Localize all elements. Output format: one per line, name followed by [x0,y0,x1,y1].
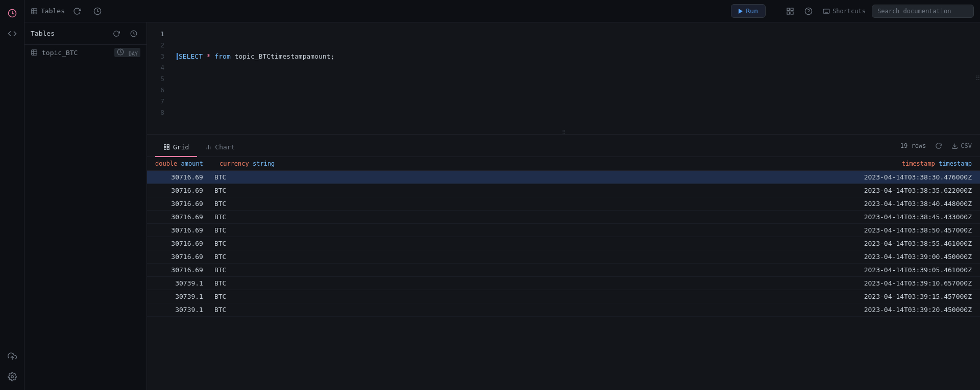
help-icon-btn[interactable] [800,3,817,19]
col-header-amount: double amount [147,157,211,171]
cell-currency: BTC [211,184,283,197]
results-refresh-icon [935,142,942,149]
table-row[interactable]: 30739.1BTC2023-04-14T03:39:15.457000Z [147,290,980,303]
settings-icon[interactable] [3,368,21,386]
run-button[interactable]: Run [731,4,765,18]
cell-timestamp: 2023-04-14T03:38:50.457000Z [283,224,980,237]
col-header-timestamp: timestamp timestamp [283,157,980,171]
panel-refresh-btn[interactable] [110,27,123,40]
table-header-row: double amount currency string timestamp … [147,157,980,171]
cell-currency: BTC [211,224,283,237]
cell-amount: 30716.69 [147,197,211,211]
line-numbers: 1 2 3 4 5 6 7 8 [147,22,173,134]
search-documentation-input[interactable] [872,5,974,18]
table-item-badge: DAY [114,48,140,57]
panel-history-btn[interactable] [127,27,140,40]
cell-amount: 30716.69 [147,237,211,250]
table-item-topic-btc[interactable]: topic_BTC DAY [24,45,146,60]
table-row[interactable]: 30739.1BTC2023-04-14T03:39:20.450000Z [147,303,980,317]
table-row[interactable]: 30716.69BTC2023-04-14T03:38:40.448000Z [147,197,980,211]
horizontal-drag-handle[interactable]: ⠿ [976,68,980,89]
shortcuts-button[interactable]: Shortcuts [819,6,870,17]
cell-timestamp: 2023-04-14T03:38:55.461000Z [283,237,980,250]
cell-currency: BTC [211,290,283,303]
results-refresh-btn[interactable] [932,139,945,152]
apps-icon-btn[interactable] [782,3,798,19]
cell-timestamp: 2023-04-14T03:39:05.461000Z [283,264,980,277]
history-button[interactable] [89,3,106,19]
cell-currency: BTC [211,171,283,184]
tables-label: Tables [31,7,65,15]
cell-currency: BTC [211,211,283,224]
cell-timestamp: 2023-04-14T03:39:20.450000Z [283,303,980,317]
row-count: 19 rows [900,142,926,149]
cell-amount: 30716.69 [147,250,211,264]
svg-point-2 [11,376,13,378]
topbar: Tables Run [24,0,980,22]
svg-rect-29 [164,145,166,147]
tab-grid[interactable]: Grid [155,138,197,157]
apps-icon [786,7,794,15]
grid-icon [163,144,170,150]
play-icon [739,9,743,14]
table-row[interactable]: 30716.69BTC2023-04-14T03:39:05.461000Z [147,264,980,277]
table-item-icon [31,49,38,56]
cell-currency: BTC [211,277,283,290]
cell-amount: 30716.69 [147,264,211,277]
table-row[interactable]: 30716.69BTC2023-04-14T03:38:45.433000Z [147,211,980,224]
results-table-container: double amount currency string timestamp … [147,157,980,390]
cell-amount: 30716.69 [147,184,211,197]
svg-rect-32 [164,148,166,150]
cell-timestamp: 2023-04-14T03:38:35.622000Z [283,184,980,197]
refresh-icon [73,7,81,15]
upload-icon[interactable] [3,347,21,366]
panel-refresh-icon [113,30,120,37]
left-panel-header: Tables [24,22,146,45]
cell-timestamp: 2023-04-14T03:38:40.448000Z [283,197,980,211]
table-row[interactable]: 30716.69BTC2023-04-14T03:39:00.450000Z [147,250,980,264]
svg-rect-10 [791,12,793,14]
code-editor[interactable]: SELECT * from topic_BTCtimestampamount; [173,22,980,134]
svg-rect-8 [787,8,790,11]
svg-rect-9 [791,8,793,11]
table-row[interactable]: 30716.69BTC2023-04-14T03:38:35.622000Z [147,184,980,197]
table-row[interactable]: 30716.69BTC2023-04-14T03:38:55.461000Z [147,237,980,250]
logo-icon[interactable] [3,4,21,22]
left-panel: Tables [24,22,147,390]
table-icon [31,8,38,15]
cell-timestamp: 2023-04-14T03:38:30.476000Z [283,171,980,184]
csv-download-btn[interactable]: CSV [951,142,972,149]
left-panel-title: Tables [31,30,106,37]
svg-rect-30 [167,145,169,147]
tab-chart[interactable]: Chart [197,138,243,157]
panel-history-icon [130,30,137,37]
results-area: Grid Chart 19 rows [147,135,980,390]
table-row[interactable]: 30716.69BTC2023-04-14T03:38:50.457000Z [147,224,980,237]
svg-rect-3 [32,8,37,14]
svg-rect-31 [167,148,169,150]
table-row[interactable]: 30739.1BTC2023-04-14T03:39:10.657000Z [147,277,980,290]
cell-currency: BTC [211,237,283,250]
cell-timestamp: 2023-04-14T03:39:00.450000Z [283,250,980,264]
table-row[interactable]: 30716.69BTC2023-04-14T03:38:30.476000Z [147,171,980,184]
results-table: double amount currency string timestamp … [147,157,980,317]
cell-amount: 30739.1 [147,303,211,317]
sidebar [0,0,24,390]
download-icon [951,143,958,149]
cell-amount: 30716.69 [147,211,211,224]
svg-rect-11 [787,12,790,14]
vertical-drag-handle[interactable]: ⠿ [553,130,574,134]
right-panel: 1 2 3 4 5 6 7 8 SELECT * from topic_BTCt… [147,22,980,390]
table-item-label: topic_BTC [42,49,110,57]
topbar-right: Shortcuts [782,3,974,19]
cell-amount: 30739.1 [147,277,211,290]
code-icon[interactable] [3,24,21,43]
main-area: Tables Run [24,0,980,390]
help-icon [804,7,813,15]
clock-icon [117,48,124,56]
refresh-button[interactable] [69,3,85,19]
cell-currency: BTC [211,303,283,317]
tabs-bar: Grid Chart 19 rows [147,135,980,157]
cell-timestamp: 2023-04-14T03:38:45.433000Z [283,211,980,224]
cell-currency: BTC [211,264,283,277]
